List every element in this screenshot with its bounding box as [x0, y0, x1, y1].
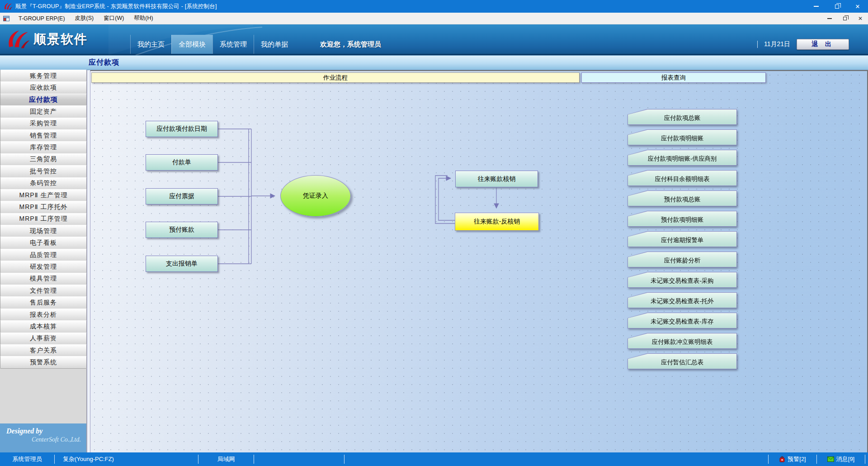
workflow-canvas: 作业流程 报表查询 — [90, 70, 868, 452]
sidebar-item-e-kanban[interactable]: 电子看板 — [0, 237, 87, 249]
designed-by-panel: Designed by CenterSoft Co.,Ltd. — [0, 423, 87, 452]
flow-box-prepayment[interactable]: 预付账款 — [146, 222, 218, 238]
menu-item-help[interactable]: 帮助(H) — [129, 13, 158, 24]
window-restore-button[interactable] — [826, 0, 847, 13]
sidebar-item-triangle-trade[interactable]: 三角贸易 — [0, 153, 87, 166]
status-bar: 系统管理员 复杂(Young-PC:FZ) 局域网 预警[2] 消息[9] — [0, 452, 868, 466]
tab-all-modules[interactable]: 全部模块 — [171, 35, 212, 54]
welcome-text: 欢迎您，系统管理员 — [320, 35, 381, 54]
sidebar-item-mrp2-production[interactable]: MRPⅡ 生产管理 — [0, 189, 87, 201]
sidebar-item-rnd[interactable]: 研发管理 — [0, 261, 87, 273]
status-network: 局域网 — [198, 452, 254, 466]
message-envelope-icon — [827, 456, 834, 462]
report-button-prepaid-detail-ledger[interactable]: 预付款项明细账 — [627, 211, 737, 227]
exit-button[interactable]: 退 出 — [797, 39, 849, 50]
restore-icon — [843, 17, 847, 20]
report-button-prepaid-general-ledger[interactable]: 预付款项总账 — [627, 190, 737, 206]
page-title: 应付款项 — [89, 58, 119, 67]
sidebar-item-report-analysis[interactable]: 报表分析 — [0, 309, 87, 321]
sidebar-item-sales[interactable]: 销售管理 — [0, 129, 87, 142]
sidebar-item-batch-control[interactable]: 批号管控 — [0, 165, 87, 177]
sidebar-item-after-sales[interactable]: 售后服务 — [0, 296, 87, 309]
menu-item-tgroup-erp[interactable]: T-GROUP ERP(E) — [14, 13, 70, 24]
flow-box-payable-notes[interactable]: 应付票据 — [146, 188, 218, 204]
report-button-unposted-check-purchase[interactable]: 未记账交易检查表-采购 — [627, 272, 737, 288]
mdi-minimize-button[interactable] — [826, 18, 834, 19]
sidebar-empty-area — [0, 369, 87, 423]
tab-system-management[interactable]: 系统管理 — [212, 35, 254, 54]
brand: 顺景软件 — [0, 24, 113, 54]
report-button-payables-estimate-summary[interactable]: 应付暂估汇总表 — [627, 353, 737, 369]
sidebar-splitter[interactable] — [87, 70, 90, 452]
menu-bar: T-GROUP ERP(E) 皮肤(S) 窗口(W) 帮助(H) ✕ — [0, 13, 868, 24]
report-button-unposted-check-outsourcing[interactable]: 未记账交易检查表-托外 — [627, 292, 737, 308]
sidebar-item-crm[interactable]: 客户关系 — [0, 344, 87, 357]
sidebar-item-hr-payroll[interactable]: 人事薪资 — [0, 333, 87, 345]
menu-item-skin[interactable]: 皮肤(S) — [70, 13, 99, 24]
status-user: 系统管理员 — [0, 452, 54, 466]
report-button-aging-analysis[interactable]: 应付账龄分析 — [627, 252, 737, 267]
sidebar-item-purchasing[interactable]: 采购管理 — [0, 118, 87, 130]
brand-name: 顺景软件 — [33, 31, 88, 48]
report-button-payables-general-ledger[interactable]: 应付款项总账 — [627, 109, 737, 125]
status-spacer — [344, 452, 768, 466]
status-messages[interactable]: 消息[9] — [817, 452, 865, 466]
sidebar-item-shopfloor[interactable]: 现场管理 — [0, 225, 87, 237]
status-machine: 复杂(Young-PC:FZ) — [55, 452, 198, 466]
report-button-payables-subject-balance[interactable]: 应付科目余额明细表 — [627, 170, 737, 186]
sidebar-item-files[interactable]: 文件管理 — [0, 285, 87, 297]
current-date: 11月21日 — [764, 40, 790, 48]
flow-ellipse-voucher-entry[interactable]: 凭证录入 — [280, 175, 351, 217]
tab-my-homepage[interactable]: 我的主页 — [130, 35, 171, 54]
sidebar-item-payables[interactable]: 应付款项 — [0, 94, 87, 106]
report-button-payables-detail-by-supplier[interactable]: 应付款项明细账-供应商别 — [627, 150, 737, 166]
sidebar-item-accounting[interactable]: 账务管理 — [0, 70, 87, 82]
report-button-payables-offset-detail[interactable]: 应付账款冲立账明细表 — [627, 333, 737, 349]
sidebar-item-barcode-control[interactable]: 条码管控 — [0, 177, 87, 190]
app-header: 顺景软件 我的主页 全部模块 系统管理 我的单据 欢迎您，系统管理员 11月21… — [0, 24, 868, 55]
sidebar-item-quality[interactable]: 品质管理 — [0, 249, 87, 261]
mdi-document-icon — [3, 15, 10, 22]
sidebar-item-mold[interactable]: 模具管理 — [0, 273, 87, 285]
flow-box-payment-slip[interactable]: 付款单 — [146, 154, 218, 171]
window-minimize-button[interactable] — [806, 0, 826, 13]
sidebar-item-fixed-assets[interactable]: 固定资产 — [0, 105, 87, 118]
app-logo-icon — [4, 2, 13, 10]
sidebar-item-alert-system[interactable]: 预警系统 — [0, 356, 87, 368]
sidebar-item-receivables[interactable]: 应收款项 — [0, 81, 87, 94]
window-title: 顺景『T-GROUP』制造业ERP系统 - 东莞顺景软件科技有限公司 - [系统… — [15, 3, 806, 10]
window-titlebar: 顺景『T-GROUP』制造业ERP系统 - 东莞顺景软件科技有限公司 - [系统… — [0, 0, 868, 13]
sidebar-item-mrp2-process[interactable]: MRPⅡ 工序管理 — [0, 213, 87, 225]
alert-icon — [779, 456, 785, 462]
flow-box-account-verification[interactable]: 往来账款核销 — [455, 171, 538, 187]
flow-box-reverse-verification[interactable]: 往来账款-反核销 — [455, 213, 539, 231]
flow-box-expense-report[interactable]: 支出报销单 — [146, 256, 218, 272]
report-button-overdue-alert[interactable]: 应付逾期报警单 — [627, 231, 737, 247]
company-text: CenterSoft Co.,Ltd. — [6, 436, 82, 443]
sidebar-item-inventory[interactable]: 库存管理 — [0, 141, 87, 153]
window-close-button[interactable]: ✕ — [847, 0, 868, 13]
date-separator — [757, 41, 758, 48]
minimize-icon — [827, 18, 832, 19]
flow-box-payment-date[interactable]: 应付款项付款日期 — [146, 121, 218, 137]
status-empty-segment — [254, 452, 344, 466]
mdi-restore-button[interactable] — [841, 17, 849, 20]
mdi-close-button[interactable]: ✕ — [856, 15, 864, 22]
minimize-icon — [814, 6, 819, 6]
page-title-bar: 应付款项 — [0, 55, 868, 70]
menu-item-window[interactable]: 窗口(W) — [99, 13, 129, 24]
shunjing-logo-icon — [6, 29, 30, 49]
designed-by-text: Designed by — [6, 427, 82, 435]
status-alerts[interactable]: 预警[2] — [769, 452, 816, 466]
report-button-payables-detail-ledger[interactable]: 应付款项明细账 — [627, 129, 737, 145]
module-sidebar: 账务管理 应收款项 应付款项 固定资产 采购管理 销售管理 库存管理 三角贸易 … — [0, 70, 87, 452]
restore-icon — [835, 5, 839, 9]
tab-my-documents[interactable]: 我的单据 — [254, 35, 295, 54]
sidebar-item-mrp2-outsourcing[interactable]: MRPⅡ 工序托外 — [0, 201, 87, 213]
sidebar-item-costing[interactable]: 成本核算 — [0, 320, 87, 333]
report-button-unposted-check-inventory[interactable]: 未记账交易检查表-库存 — [627, 313, 737, 328]
